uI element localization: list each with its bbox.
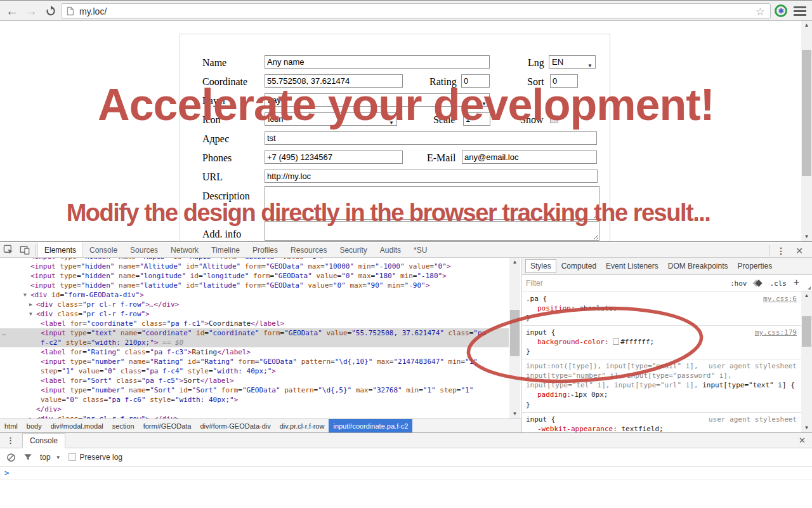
- breadcrumb-item[interactable]: div#modal.modal: [46, 419, 108, 433]
- style-rule[interactable]: user agent stylesheetinput:not([type]), …: [522, 359, 802, 413]
- devtools-code-line[interactable]: </div>: [0, 404, 509, 414]
- style-property[interactable]: padding:▸1px 0px;: [526, 390, 797, 400]
- element-state-icon[interactable]: [754, 279, 763, 287]
- color-swatch[interactable]: [613, 338, 619, 345]
- breadcrumb: htmlbodydiv#modal.modalsectionform#GEODa…: [0, 418, 521, 432]
- devtools-code-line[interactable]: <input type="number" name="Rating" id="R…: [0, 357, 509, 366]
- style-rule[interactable]: my.css:6.pa {position: absolute;}: [522, 292, 802, 326]
- devtools-close-button[interactable]: ✕: [790, 246, 808, 256]
- drawer-more-icon[interactable]: ⋮: [6, 436, 15, 445]
- breadcrumb-item[interactable]: div.pr.cl-r.f-row: [275, 419, 329, 433]
- tab-computed[interactable]: Computed: [557, 260, 601, 272]
- page-scrollbar[interactable]: ▲ ▼: [801, 21, 812, 241]
- devtools-code-line[interactable]: <input type="hidden" name="latitude" id=…: [0, 281, 509, 290]
- breadcrumb-item[interactable]: input#coordinate.pa.f-c2: [329, 419, 412, 433]
- elements-scrollbar-thumb[interactable]: [510, 310, 520, 356]
- back-button[interactable]: ←: [4, 3, 20, 19]
- styles-scrollbar[interactable]: ▲ ▼: [801, 291, 812, 432]
- devtools-code-line[interactable]: ▶<div class="pr cl-r f-row">…</div>: [0, 300, 509, 309]
- scroll-up-icon[interactable]: ▲: [801, 292, 812, 300]
- url-text[interactable]: my.loc/: [79, 6, 107, 17]
- tab-audits[interactable]: Audits: [374, 243, 407, 257]
- tab-console[interactable]: Console: [83, 243, 124, 257]
- forward-button[interactable]: →: [23, 3, 39, 19]
- url-input[interactable]: [265, 170, 598, 183]
- lng-select[interactable]: EN▼: [549, 55, 596, 69]
- devtools-code-line[interactable]: step="1" value="0" class="pa f-c4" style…: [0, 366, 509, 376]
- scroll-down-icon[interactable]: ▼: [509, 410, 520, 418]
- devtools-more-button[interactable]: ⋮: [771, 246, 790, 256]
- reload-button[interactable]: [42, 3, 58, 19]
- devtools-code-line[interactable]: ▼<div id="form-GEOData-div">: [0, 290, 509, 300]
- style-property[interactable]: position: absolute;: [526, 304, 797, 313]
- clear-console-icon[interactable]: [6, 453, 16, 462]
- style-property[interactable]: -webkit-appearance: textfield;: [526, 424, 797, 432]
- console-prompt[interactable]: >: [0, 467, 812, 480]
- style-property[interactable]: background-color: #ffffff;: [526, 337, 797, 347]
- scroll-down-icon[interactable]: ▼: [801, 424, 812, 432]
- tab-timeline[interactable]: Timeline: [205, 243, 246, 257]
- tab-console[interactable]: Console: [22, 433, 65, 448]
- chrome-menu-button[interactable]: [794, 6, 806, 18]
- preserve-log-checkbox[interactable]: [69, 453, 76, 461]
- new-style-rule-button[interactable]: +: [794, 277, 799, 288]
- tab-properties[interactable]: Properties: [733, 260, 776, 272]
- tab-event-listeners[interactable]: Event Listeners: [601, 260, 663, 272]
- drawer-close-button[interactable]: ✕: [799, 436, 806, 445]
- twisty-icon[interactable]: ▶: [29, 302, 32, 308]
- breadcrumb-item[interactable]: div#form-GEOData-div: [195, 419, 275, 433]
- class-toggle[interactable]: .cls: [769, 279, 787, 288]
- devtools-code-line[interactable]: …<input type="text" name="coordinate" id…: [0, 328, 509, 338]
- tab-network[interactable]: Network: [164, 243, 205, 257]
- scroll-up-icon[interactable]: ▲: [509, 258, 520, 266]
- devtools-code-line[interactable]: <label for="Rating" class="pa f-c3">Rati…: [0, 347, 509, 357]
- devtools-tab-strip: ElementsConsoleSourcesNetworkTimelinePro…: [37, 243, 433, 257]
- inspect-element-button[interactable]: [0, 243, 16, 258]
- stylesheet-link[interactable]: my.css:179: [755, 328, 797, 337]
- phones-input[interactable]: [265, 150, 403, 164]
- breadcrumb-item[interactable]: html: [0, 419, 22, 433]
- bookmark-star-icon[interactable]: ☆: [756, 5, 765, 18]
- twisty-icon[interactable]: ▼: [23, 292, 27, 298]
- tab-resources[interactable]: Resources: [284, 243, 333, 257]
- toolbar-separator: [769, 245, 769, 257]
- style-rule[interactable]: my.css:179input {background-color: #ffff…: [522, 326, 802, 359]
- tab-styles[interactable]: Styles: [525, 259, 556, 273]
- elements-scrollbar[interactable]: ▲ ▼: [509, 258, 520, 418]
- devtools-code-line[interactable]: ▶<div class="pr cl-r f-row">…</div>: [0, 414, 509, 418]
- breadcrumb-item[interactable]: section: [108, 419, 139, 433]
- name-input[interactable]: [265, 55, 490, 69]
- breadcrumb-item[interactable]: form#GEOData: [139, 419, 196, 433]
- scroll-down-icon[interactable]: ▼: [801, 233, 812, 241]
- tab-security[interactable]: Security: [333, 243, 373, 257]
- device-toolbar-button[interactable]: [16, 243, 33, 258]
- twisty-icon[interactable]: ▼: [29, 311, 32, 318]
- styles-filter-input[interactable]: [526, 279, 640, 288]
- devtools-code-line[interactable]: value="0" class="pa f-c6" style="width: …: [0, 395, 509, 404]
- email-input[interactable]: [462, 150, 597, 164]
- extension-icon[interactable]: ✱: [775, 4, 787, 17]
- devtools-code-line[interactable]: <label for="coordinate" class="pa f-c1">…: [0, 319, 509, 328]
- tab-dom-breakpoints[interactable]: DOM Breakpoints: [664, 260, 733, 272]
- styles-scrollbar-thumb[interactable]: [802, 316, 811, 347]
- devtools-code-line[interactable]: <input type="hidden" name="longitude" id…: [0, 271, 509, 281]
- pseudo-state-toggle[interactable]: :hov: [730, 279, 747, 288]
- filter-funnel-icon[interactable]: [23, 453, 32, 462]
- devtools-code-line[interactable]: <input type="number" name="Sort" id="Sor…: [0, 385, 509, 395]
- devtools-code-line[interactable]: f-c2" style="width: 210px;"> == $0: [0, 338, 509, 347]
- execution-context-select[interactable]: top: [40, 453, 51, 462]
- scroll-up-icon[interactable]: ▲: [801, 22, 812, 29]
- tab-elements[interactable]: Elements: [37, 243, 83, 257]
- address-bar[interactable]: my.loc/ ☆: [61, 3, 771, 19]
- address-input[interactable]: [265, 131, 597, 145]
- tab-profiles[interactable]: Profiles: [246, 243, 284, 257]
- style-rule[interactable]: user agent stylesheetinput {-webkit-appe…: [522, 413, 802, 432]
- tab-su[interactable]: *SU: [407, 243, 433, 257]
- devtools-code-line[interactable]: <input type="hidden" name="Altitude" id=…: [0, 262, 509, 271]
- device-icon: [20, 244, 30, 255]
- stylesheet-link[interactable]: my.css:6: [763, 294, 797, 304]
- tab-sources[interactable]: Sources: [124, 243, 164, 257]
- devtools-code-line[interactable]: ▼<div class="pr cl-r f-row">: [0, 309, 509, 319]
- breadcrumb-item[interactable]: body: [22, 419, 46, 433]
- devtools-code-line[interactable]: <label for="Sort" class="pa f-c5">Sort</…: [0, 376, 509, 385]
